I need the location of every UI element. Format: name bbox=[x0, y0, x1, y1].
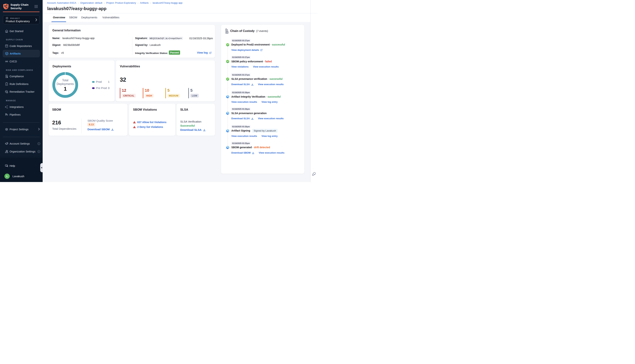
svg-text:?: ? bbox=[6, 164, 7, 166]
